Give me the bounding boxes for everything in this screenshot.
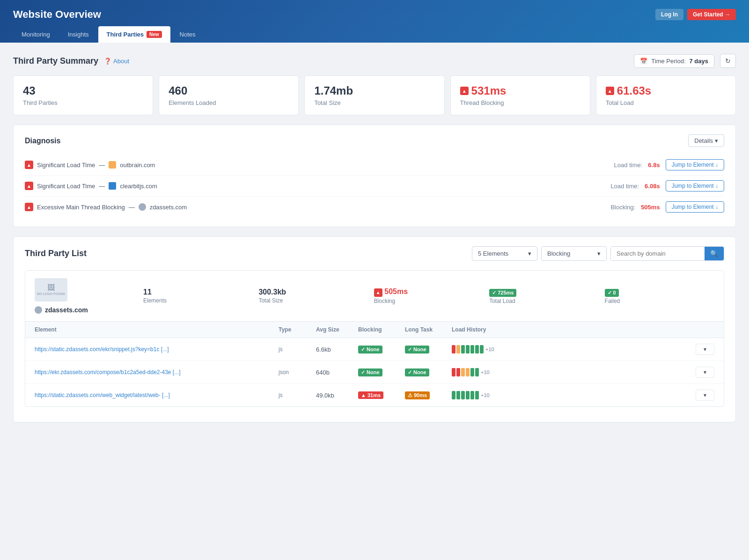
blocking-filter[interactable]: Blocking ▾ [541,246,607,261]
chevron-down-icon-row1: ▾ [704,346,706,353]
expand-button-2[interactable]: ▾ [696,367,714,378]
party-domain: zdassets.com [45,306,88,314]
history-2: +10 [452,368,696,376]
expand-button-3[interactable]: ▾ [696,390,714,401]
diagnosis-right-1: Load time: 6.8s Jump to Element ↓ [614,159,724,170]
diagnosis-right-3: Blocking: 505ms Jump to Element ↓ [610,201,724,213]
type-3: js [279,392,316,398]
party-size-value: 300.3kb [258,288,368,296]
bar [452,368,455,376]
element-link-3[interactable]: https://static.zdassets.com/web_widget/l… [35,392,279,398]
party-blocking-value: ▲ 505ms [374,287,484,297]
details-button[interactable]: Details ▾ [688,134,724,147]
new-badge: New [147,31,162,38]
favicon-clearbit [109,182,116,190]
tab-third-parties[interactable]: Third Parties New [98,26,170,43]
bar [456,368,460,376]
size-1: 6.6kb [316,346,358,353]
question-icon: ❓ [104,58,111,65]
history-more-1: +10 [485,346,494,352]
diagnosis-row-2: ▲ Significant Load Time — clearbitjs.com… [25,176,724,197]
stat-label-total-load: Total Load [606,99,726,106]
bar [475,391,479,399]
time-period-button[interactable]: 📅 Time Period: 7 days [634,54,714,68]
elements-filter-label: 5 Elements [478,250,508,257]
tab-third-parties-label: Third Parties [107,31,144,38]
history-1: +10 [452,345,696,354]
diagnosis-header: Diagnosis Details ▾ [25,134,724,147]
diagnosis-card: Diagnosis Details ▾ ▲ Significant Load T… [13,125,736,227]
party-blocking-label: Blocking [374,298,484,304]
chevron-down-icon-2: ▾ [597,250,601,257]
nav-tabs: Monitoring Insights Third Parties New No… [0,26,749,43]
party-load-label: Total Load [489,298,599,304]
tab-monitoring[interactable]: Monitoring [13,26,59,43]
expand-button-1[interactable]: ▾ [696,344,714,355]
stats-grid: 43 Third Parties 460 Elements Loaded 1.7… [13,75,736,115]
list-controls: 5 Elements ▾ Blocking ▾ 🔍 [472,246,724,261]
element-link-2[interactable]: https://ekr.zdassets.com/compose/b1c2a5e… [35,369,279,376]
jump-button-2[interactable]: Jump to Element ↓ [666,180,724,192]
load-value-1: 6.8s [648,162,660,169]
about-link[interactable]: ❓ About [104,58,129,65]
stat-label-size: Total Size [314,99,434,106]
diagnosis-left-1: ▲ Significant Load Time — outbrain.com [25,161,155,169]
party-stat-failed: ✓ 0 Failed [605,288,714,304]
load-value-3: 505ms [641,204,660,211]
blocking-2: ✓ None [358,368,405,376]
diagnosis-row-3: ▲ Excessive Main Thread Blocking — zdass… [25,197,724,217]
elements-filter[interactable]: 5 Elements ▾ [472,246,537,261]
party-load-value: ✓ 725ms [489,288,599,297]
stat-value-blocking: ▲ 531ms [460,84,580,97]
blocking-3: ▲ 31ms [358,391,405,399]
summary-header: Third Party Summary ❓ About 📅 Time Perio… [13,54,736,68]
stat-value-third-parties: 43 [23,84,143,97]
details-label: Details [694,137,713,144]
image-icon: 🖼 [47,284,55,292]
load-label-1: Load time: [614,162,643,169]
party-size-label: Total Size [258,297,368,304]
list-header: Third Party List 5 Elements ▾ Blocking ▾… [25,246,724,261]
jump-button-1[interactable]: Jump to Element ↓ [666,159,724,170]
bar [452,345,455,354]
party-stat-size: 300.3kb Total Size [258,288,368,304]
blocking-1: ✓ None [358,346,405,354]
refresh-button[interactable]: ↻ [720,54,736,68]
bar [461,368,465,376]
login-button[interactable]: Log In [655,9,683,20]
stat-third-parties: 43 Third Parties [13,75,153,115]
stat-value-total-load: ▲ 61.63s [606,84,726,97]
table-header: Element Type Avg Size Blocking Long Task… [25,322,724,338]
load-label-3: Blocking: [610,204,635,211]
size-3: 49.0kb [316,392,358,399]
domain-clearbit: clearbitjs.com [120,183,157,190]
tab-insights[interactable]: Insights [59,26,97,43]
load-value-2: 6.08s [645,183,660,190]
get-started-button[interactable]: Get Started → [687,9,736,20]
type-2: json [279,369,316,376]
col-blocking: Blocking [358,326,405,333]
col-avg-size: Avg Size [316,326,358,333]
favicon-outbrain [109,161,116,169]
search-button[interactable]: 🔍 [705,247,724,260]
party-failed-label: Failed [605,298,714,304]
stat-value-elements: 460 [169,84,289,97]
warn-icon-2: ▲ [25,182,33,190]
party-failed-value: ✓ 0 [605,288,714,297]
summary-title: Third Party Summary [13,56,98,66]
bar [470,345,474,354]
refresh-icon: ↻ [725,57,731,65]
chevron-down-icon-row2: ▾ [704,369,706,376]
bar [470,391,474,399]
domain-search-wrap: 🔍 [610,246,724,261]
domain-search-input[interactable] [611,247,705,260]
party-stat-load: ✓ 725ms Total Load [489,288,599,304]
bar [480,345,484,354]
bar [475,368,479,376]
element-link-1[interactable]: https://static.zdassets.com/ekr/snippet.… [35,346,279,353]
jump-button-3[interactable]: Jump to Element ↓ [666,201,724,213]
col-element: Element [35,326,279,333]
bar [461,345,465,354]
diagnosis-left-3: ▲ Excessive Main Thread Blocking — zdass… [25,203,187,211]
tab-notes[interactable]: Notes [171,26,204,43]
